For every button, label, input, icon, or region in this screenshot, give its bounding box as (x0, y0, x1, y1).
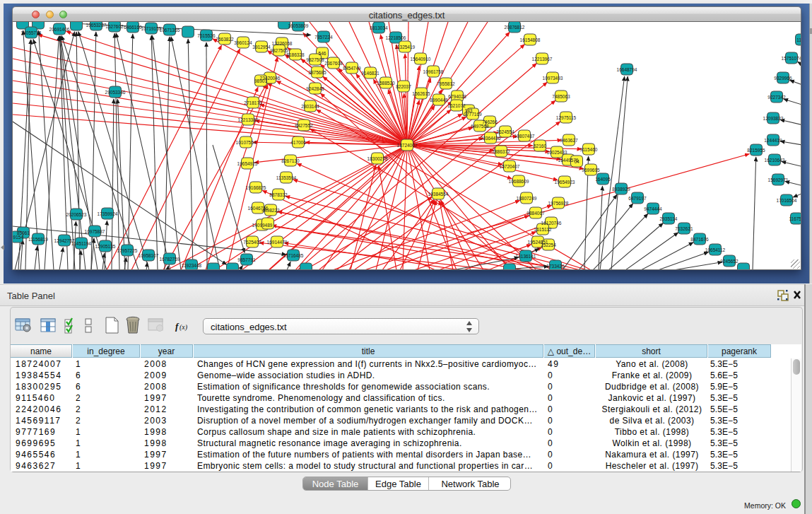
svg-text:17016504: 17016504 (777, 198, 797, 203)
svg-text:10719155: 10719155 (141, 26, 162, 31)
svg-text:9857791: 9857791 (237, 257, 256, 262)
svg-text:8267130: 8267130 (281, 158, 300, 163)
svg-text:10025433: 10025433 (547, 150, 567, 155)
svg-text:15692971: 15692971 (768, 177, 789, 182)
svg-text:20364436: 20364436 (481, 136, 501, 141)
svg-text:252254: 252254 (541, 243, 556, 247)
svg-text:20876812: 20876812 (505, 25, 525, 30)
svg-text:8813034: 8813034 (370, 25, 388, 30)
svg-text:15720407: 15720407 (500, 164, 520, 169)
svg-text:7663822: 7663822 (216, 37, 234, 42)
svg-text:29053346: 29053346 (105, 90, 126, 95)
svg-text:19654923: 19654923 (555, 180, 575, 185)
svg-text:11325419: 11325419 (395, 45, 416, 49)
svg-text:9227342: 9227342 (767, 95, 786, 100)
svg-text:8454749: 8454749 (343, 66, 361, 71)
svg-text:9827508: 9827508 (306, 57, 324, 62)
svg-text:19756928: 19756928 (548, 201, 569, 206)
svg-text:8878332: 8878332 (269, 192, 288, 197)
svg-text:16154808: 16154808 (520, 37, 541, 42)
svg-text:8938929: 8938929 (612, 187, 630, 192)
svg-text:1615112: 1615112 (534, 227, 552, 232)
svg-text:11451194: 11451194 (71, 241, 91, 246)
svg-text:19654925: 19654925 (237, 161, 258, 166)
svg-text:1733426: 1733426 (546, 264, 565, 269)
svg-text:12975115: 12975115 (556, 115, 577, 120)
svg-text:14055714: 14055714 (21, 30, 42, 35)
svg-text:8215955: 8215955 (747, 148, 765, 153)
svg-text:18807249: 18807249 (517, 196, 537, 201)
svg-text:10653287: 10653287 (86, 23, 107, 28)
svg-text:16648794: 16648794 (617, 67, 637, 72)
svg-text:10654112: 10654112 (705, 247, 726, 252)
svg-text:8990448: 8990448 (430, 98, 448, 103)
svg-text:2367608: 2367608 (324, 61, 343, 66)
svg-text:12213967: 12213967 (532, 57, 553, 62)
svg-text:04: 04 (574, 159, 579, 164)
svg-text:3912954: 3912954 (252, 45, 271, 49)
svg-text:16914479: 16914479 (267, 240, 288, 245)
svg-text:11156819: 11156819 (28, 237, 48, 242)
svg-text:6479197: 6479197 (628, 196, 647, 201)
svg-text:14099489: 14099489 (252, 223, 273, 228)
svg-text:16210643: 16210643 (765, 158, 785, 163)
svg-text:16782759: 16782759 (160, 257, 180, 262)
svg-text:15751074: 15751074 (782, 56, 801, 61)
svg-text:9463627: 9463627 (560, 138, 578, 143)
svg-text:15640910: 15640910 (411, 57, 431, 62)
svg-text:2803144: 2803144 (301, 104, 319, 109)
svg-text:1527602: 1527602 (105, 24, 124, 29)
svg-text:10973493: 10973493 (543, 76, 563, 81)
svg-text:10958107: 10958107 (139, 253, 159, 258)
svg-text:15716485: 15716485 (283, 253, 304, 258)
svg-text:7485063: 7485063 (552, 94, 570, 99)
svg-text:417006: 417006 (290, 140, 306, 145)
svg-text:39154: 39154 (13, 235, 23, 240)
svg-text:20206523: 20206523 (66, 212, 87, 217)
svg-text:8427552: 8427552 (295, 123, 313, 128)
svg-text:6466160: 6466160 (124, 25, 142, 30)
svg-text:1562615: 1562615 (412, 91, 430, 96)
svg-text:7632621: 7632621 (675, 226, 693, 231)
svg-text:16053809: 16053809 (288, 23, 309, 28)
svg-text:19384554: 19384554 (428, 192, 449, 197)
svg-text:18300275: 18300275 (367, 156, 388, 161)
svg-text:9115460: 9115460 (580, 147, 598, 152)
svg-text:8186328: 8186328 (286, 52, 305, 57)
svg-text:3875685: 3875685 (308, 70, 326, 75)
svg-text:1621072: 1621072 (447, 103, 466, 108)
svg-text:12905135: 12905135 (95, 244, 116, 249)
svg-text:7515526: 7515526 (197, 33, 216, 38)
svg-text:2935114: 2935114 (660, 216, 678, 221)
svg-text:18724007: 18724007 (397, 143, 418, 148)
svg-text:3960124: 3960124 (234, 40, 252, 45)
svg-text:164095: 164095 (595, 177, 611, 182)
svg-text:9245652: 9245652 (720, 259, 739, 264)
svg-text:10671355: 10671355 (160, 28, 180, 33)
svg-text:17359924: 17359924 (98, 211, 118, 216)
svg-text:10807487: 10807487 (514, 134, 535, 139)
svg-text:(x): (x) (180, 323, 188, 332)
svg-text:10961758: 10961758 (423, 69, 444, 74)
svg-text:822037: 822037 (396, 84, 411, 89)
svg-text:10688609: 10688609 (509, 179, 529, 184)
svg-text:19166825: 19166825 (246, 185, 266, 190)
svg-text:14136141: 14136141 (516, 254, 536, 259)
svg-text:7955812: 7955812 (437, 81, 455, 86)
svg-text:1117: 1117 (796, 37, 801, 42)
svg-text:9329966: 9329966 (774, 76, 792, 81)
svg-text:7625402: 7625402 (243, 240, 261, 245)
svg-text:11353594: 11353594 (276, 175, 297, 180)
svg-text:62160: 62160 (534, 144, 546, 148)
svg-text:9827505: 9827505 (270, 48, 288, 53)
svg-text:9884067: 9884067 (526, 211, 545, 216)
svg-text:11923448: 11923448 (182, 263, 202, 268)
svg-text:10975887: 10975887 (85, 229, 105, 234)
svg-text:9474444: 9474444 (644, 206, 662, 211)
svg-text:12213389: 12213389 (238, 117, 259, 122)
svg-text:9777169: 9777169 (464, 112, 482, 117)
svg-text:546: 546 (319, 51, 326, 56)
svg-text:9242848: 9242848 (306, 86, 324, 91)
svg-text:10107554: 10107554 (236, 140, 257, 145)
svg-text:1588520: 1588520 (377, 81, 395, 86)
